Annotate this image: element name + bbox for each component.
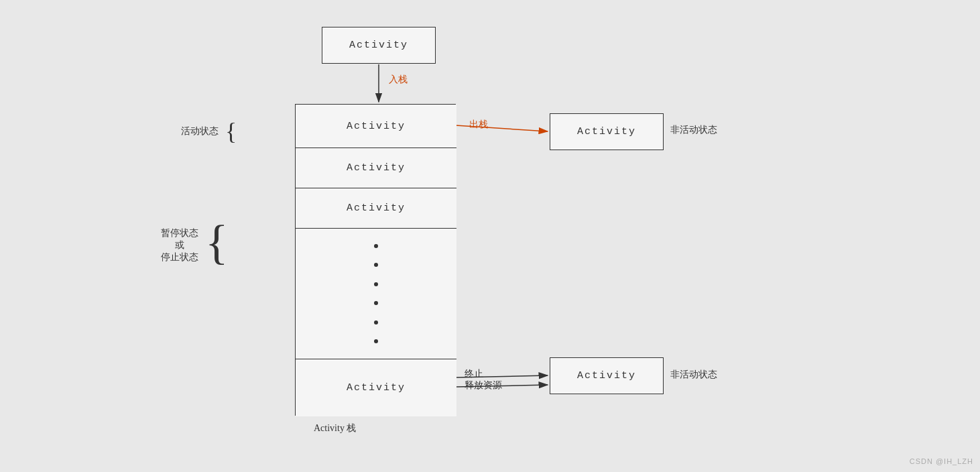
- paused-state-label: 暂停状态 或 停止状态 {: [161, 225, 229, 266]
- brace-paused: {: [205, 218, 229, 266]
- right-bottom-label: Activity: [577, 370, 636, 381]
- stack-cell-2-label: Activity: [347, 162, 406, 174]
- stack-label: Activity 栈: [314, 422, 356, 434]
- dot-6: [374, 339, 378, 343]
- dot-3: [374, 282, 378, 286]
- dot-2: [374, 263, 378, 267]
- stack-cell-bottom-label: Activity: [347, 382, 406, 394]
- stack-cell-3-label: Activity: [347, 202, 406, 214]
- diagram: Activity 入栈 Activity Activity Activity A: [0, 0, 980, 472]
- stack-dots: [296, 229, 456, 359]
- right-top-activity-box: Activity: [550, 113, 664, 150]
- stack-cell-1-label: Activity: [347, 121, 406, 132]
- arrows-svg: [0, 0, 980, 472]
- activity-stack: Activity Activity Activity Activity: [295, 104, 456, 416]
- top-activity-box: Activity: [322, 27, 436, 64]
- stack-cell-2: Activity: [296, 148, 456, 188]
- stack-cell-1: Activity: [296, 105, 456, 148]
- paused-state-text: 暂停状态 或 停止状态: [161, 227, 198, 263]
- active-state-label: 活动状态 {: [181, 119, 237, 143]
- push-label: 入栈: [389, 74, 408, 86]
- dot-5: [374, 320, 378, 324]
- pop-label: 出栈: [469, 119, 488, 131]
- dot-4: [374, 301, 378, 305]
- terminate-label: 终止: [465, 368, 483, 380]
- right-top-label: Activity: [577, 126, 636, 137]
- stack-cell-bottom: Activity: [296, 359, 456, 416]
- dot-1: [374, 244, 378, 248]
- watermark: CSDN @IH_LZH: [910, 457, 973, 465]
- stack-cell-3: Activity: [296, 188, 456, 229]
- non-active-bottom-label: 非活动状态: [670, 369, 717, 381]
- top-activity-label: Activity: [349, 40, 408, 51]
- release-label: 释放资源: [465, 379, 502, 392]
- brace-active: {: [225, 119, 237, 143]
- non-active-top-label: 非活动状态: [670, 124, 717, 136]
- right-bottom-activity-box: Activity: [550, 357, 664, 394]
